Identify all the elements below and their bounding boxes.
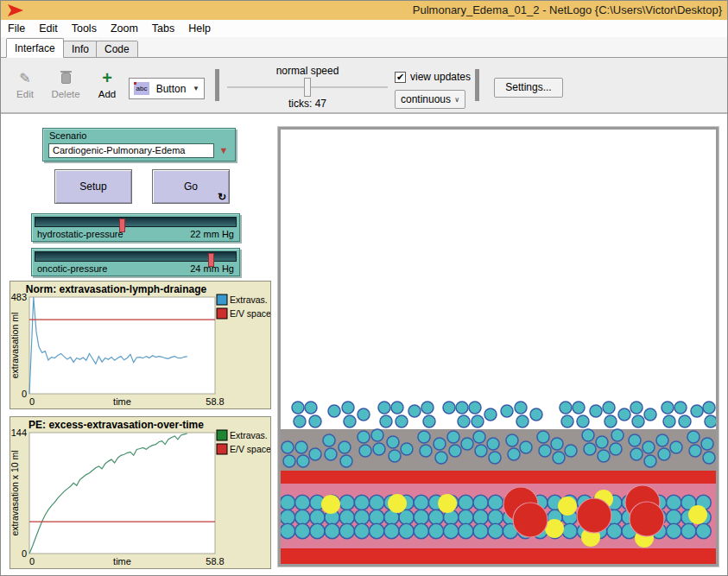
add-button[interactable]: + Add (90, 68, 124, 99)
plot-extravasation-lymph-drainage: Norm: extravasation-lymph-drainage 04830… (9, 281, 271, 409)
plot-excess-extravasation-over-time: PE: excess-extravasation-over-time 01440… (9, 416, 271, 569)
slider-track[interactable] (35, 217, 237, 227)
trash-icon (61, 73, 71, 84)
view-updates-checkbox[interactable]: ✔ view updates (395, 71, 471, 83)
window-title: Pulmonary_Edema_01_2 - NetLogo {C:\Users… (413, 1, 722, 20)
widget-type-dropdown[interactable]: abc Button ▼ (129, 78, 205, 99)
world-view[interactable] (277, 126, 719, 567)
speed-slider-thumb[interactable] (304, 78, 311, 97)
title-bar: Pulmonary_Edema_01_2 - NetLogo {C:\Users… (1, 1, 727, 20)
svg-text:Extravas.: Extravas. (230, 430, 268, 440)
toolbar-separator (475, 69, 479, 101)
svg-text:0: 0 (29, 556, 35, 567)
netlogo-logo-icon (8, 4, 23, 16)
svg-text:E/V space: E/V space (230, 444, 270, 454)
tab-bar: Interface Info Code (1, 37, 727, 58)
netlogo-window: Pulmonary_Edema_01_2 - NetLogo {C:\Users… (0, 0, 728, 576)
button-widget-icon: abc (134, 82, 149, 95)
svg-text:0: 0 (22, 389, 27, 399)
tab-info[interactable]: Info (63, 41, 98, 58)
svg-text:extravasation ml: extravasation ml (10, 313, 20, 378)
pencil-icon: ✎ (19, 70, 30, 86)
oncotic-pressure-slider[interactable]: oncotic-pressure 24 mm Hg (31, 248, 240, 276)
svg-text:0: 0 (29, 396, 35, 407)
menu-item-tabs[interactable]: Tabs (145, 20, 181, 37)
add-button-label: Add (98, 89, 116, 99)
menu-item-tools[interactable]: Tools (65, 20, 104, 37)
chooser-value[interactable]: Cardiogenic-Pulmonary-Edema (48, 143, 214, 158)
svg-text:Extravas.: Extravas. (230, 294, 268, 305)
dropdown-triangle-icon[interactable]: ▼ (216, 143, 231, 158)
svg-text:58.8: 58.8 (206, 556, 224, 567)
slider-value: 24 mm Hg (190, 263, 234, 274)
toolbar: ✎ Edit Delete + Add abc Button ▼ normal … (1, 58, 727, 114)
ticks-counter: ticks: 47 (227, 98, 388, 110)
checkbox-check-icon[interactable]: ✔ (395, 72, 406, 83)
tab-interface[interactable]: Interface (6, 38, 64, 58)
tab-code[interactable]: Code (96, 41, 138, 58)
plot-area: 0144058.8timeextravasation x 10 mlExtrav… (10, 417, 270, 568)
go-button[interactable]: Go ↻ (152, 169, 230, 204)
update-mode-dropdown[interactable]: continuous ∨ (395, 90, 465, 109)
chevron-down-icon: ▼ (193, 85, 199, 92)
edit-button[interactable]: ✎ Edit (8, 68, 42, 99)
svg-text:0: 0 (22, 548, 27, 559)
plot-area: 0483058.8timeextravasation mlExtravas.E/… (10, 282, 270, 408)
svg-text:E/V space: E/V space (230, 308, 270, 319)
speed-slider-label: normal speed (227, 65, 388, 77)
menu-item-edit[interactable]: Edit (32, 20, 65, 37)
svg-text:time: time (113, 396, 131, 407)
delete-button-label: Delete (51, 89, 79, 99)
setup-button[interactable]: Setup (54, 169, 132, 204)
plus-icon: + (102, 70, 112, 85)
hydrostatic-pressure-slider[interactable]: hydrostatic-pressure 22 mm Hg (31, 213, 240, 242)
scenario-chooser[interactable]: Scenario Cardiogenic-Pulmonary-Edema ▼ (42, 128, 236, 161)
svg-text:58.8: 58.8 (206, 396, 224, 407)
interface-canvas: Scenario Cardiogenic-Pulmonary-Edema ▼ S… (1, 114, 728, 576)
plot-title: Norm: extravasation-lymph-drainage (10, 283, 222, 295)
forever-icon: ↻ (218, 192, 226, 202)
update-mode-value: continuous (401, 93, 454, 105)
edit-button-label: Edit (16, 89, 34, 99)
world-view-canvas (281, 130, 716, 564)
settings-button[interactable]: Settings... (494, 78, 563, 98)
slider-label: oncotic-pressure (37, 263, 107, 274)
menu-item-help[interactable]: Help (181, 20, 218, 37)
plot-title: PE: excess-extravasation-over-time (10, 419, 222, 431)
chevron-down-icon: ∨ (454, 96, 459, 104)
widget-type-value: Button (149, 83, 193, 95)
svg-text:time: time (113, 556, 131, 567)
menu-item-file[interactable]: File (1, 20, 32, 37)
menu-item-zoom[interactable]: Zoom (104, 20, 145, 37)
go-button-label: Go (184, 180, 198, 193)
svg-text:extravasation x 10 ml: extravasation x 10 ml (10, 450, 20, 535)
menu-bar: File Edit Tools Zoom Tabs Help (1, 20, 727, 37)
slider-label: hydrostatic-pressure (37, 229, 123, 239)
delete-button[interactable]: Delete (48, 68, 83, 99)
view-updates-label: view updates (410, 71, 471, 83)
toolbar-separator (215, 69, 219, 101)
slider-track[interactable] (35, 251, 237, 262)
slider-value: 22 mm Hg (190, 229, 234, 239)
chooser-label: Scenario (49, 130, 86, 141)
